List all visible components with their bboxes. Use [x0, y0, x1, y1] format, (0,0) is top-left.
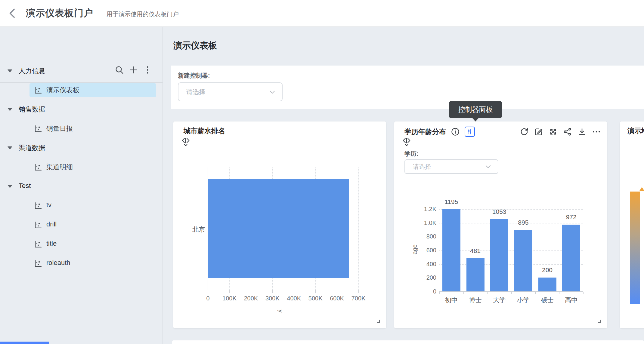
new-controller-select[interactable]: 请选择 — [178, 82, 283, 101]
fullscreen-icon[interactable] — [549, 127, 558, 136]
tree-leaf-row: title — [0, 237, 163, 251]
education-filter-select[interactable]: 请选择 — [404, 159, 498, 174]
sidebar-item-演示仪表板[interactable]: 演示仪表板 — [29, 83, 156, 97]
drag-handle-icon[interactable] — [402, 137, 411, 147]
bar-小学[interactable] — [514, 230, 532, 291]
tree-leaf-row: drill — [0, 218, 163, 232]
card-next-row — [172, 340, 644, 344]
x-tick-label: 300K — [265, 295, 280, 302]
education-bar-plot: 02004006008001.0K1.2K1195初中481博士1053大学89… — [439, 209, 583, 292]
bar-博士[interactable] — [466, 258, 485, 291]
scatter-chart-icon — [34, 221, 42, 229]
tree-leaf-row: tv — [0, 199, 163, 213]
x-category-label: 博士 — [469, 296, 482, 304]
salary-bar-plot: 0100K200K300K400K500K600K700K北京y — [208, 167, 358, 290]
axis-tick — [208, 290, 208, 293]
x-tick-label: 100K — [222, 295, 237, 302]
sidebar-bottom-accent — [0, 342, 49, 344]
bar-硕士[interactable] — [538, 278, 556, 291]
refresh-icon[interactable] — [520, 127, 529, 136]
tree-group-row: 渠道数据 — [0, 141, 163, 155]
x-category-label: 小学 — [517, 296, 530, 304]
tree-group-label[interactable]: Test — [19, 182, 31, 190]
tree-leaf-row: roleauth — [0, 256, 163, 270]
tree-leaf-label: 演示仪表板 — [46, 86, 79, 95]
controller-panel-icon[interactable] — [465, 127, 475, 137]
x-tick-label: 400K — [287, 295, 301, 302]
tree-group-label[interactable]: 人力信息 — [19, 66, 45, 75]
card-city-salary: 城市薪水排名 0100K200K300K400K500K600K700K北京y — [173, 121, 386, 328]
sidebar-divider — [0, 82, 163, 83]
share-icon[interactable] — [563, 127, 572, 136]
scatter-chart-icon — [34, 86, 42, 94]
caret-down-icon[interactable] — [8, 108, 12, 111]
tree-group-label[interactable]: 渠道数据 — [19, 143, 45, 152]
tree-leaf-label: tv — [46, 201, 51, 209]
gridline — [439, 264, 583, 265]
resize-handle[interactable] — [377, 320, 380, 323]
x-axis-title: y — [277, 310, 284, 313]
chart-title: 城市薪水排名 — [184, 126, 225, 136]
more-icon[interactable] — [592, 127, 601, 136]
card-education-age: 学历年龄分布 学历: 请选择 age — [394, 121, 607, 328]
chart-title: 学历年龄分布 — [404, 127, 446, 137]
portal-subtitle: 用于演示使用的仪表板门户 — [107, 8, 179, 18]
edit-icon[interactable] — [534, 127, 543, 136]
bar-大学[interactable] — [490, 219, 508, 291]
bar-value-label: 1053 — [492, 208, 506, 215]
sidebar-item-drill[interactable]: drill — [29, 218, 156, 232]
y-tick-label: 800 — [420, 233, 436, 240]
map-shape-fragment — [639, 187, 644, 191]
sidebar-item-roleauth[interactable]: roleauth — [29, 256, 156, 270]
axis-tick — [535, 292, 536, 294]
caret-down-icon[interactable] — [8, 69, 12, 72]
chevron-left-icon — [7, 7, 19, 19]
axis-tick — [439, 292, 440, 294]
tree-group-label[interactable]: 销售数据 — [19, 105, 45, 114]
tree-leaf-row: 演示仪表板 — [0, 83, 163, 97]
chevron-down-icon — [269, 88, 276, 96]
tree-leaf-row: 渠道明细 — [0, 160, 163, 174]
sidebar-item-渠道明细[interactable]: 渠道明细 — [29, 160, 156, 174]
tooltip: 控制器面板 — [449, 101, 502, 118]
y-tick-label: 0 — [420, 288, 436, 295]
bar-北京[interactable] — [208, 179, 349, 278]
download-icon[interactable] — [577, 127, 587, 136]
axis-tick — [337, 290, 337, 293]
scatter-chart-icon — [34, 259, 42, 268]
x-category-label: 大学 — [493, 296, 506, 304]
map-heat-legend — [630, 192, 640, 304]
axis-tick — [272, 290, 273, 293]
bar-初中[interactable] — [442, 209, 460, 291]
y-axis-title: age — [411, 244, 418, 254]
caret-down-icon[interactable] — [8, 185, 12, 188]
select-placeholder: 请选择 — [413, 163, 431, 171]
info-icon[interactable] — [451, 127, 460, 136]
gridline — [439, 278, 583, 278]
axis-tick — [251, 290, 251, 293]
sidebar-item-title[interactable]: title — [29, 237, 156, 251]
sidebar-item-销量日报[interactable]: 销量日报 — [29, 122, 156, 136]
caret-down-icon[interactable] — [8, 146, 12, 149]
tooltip-arrow — [472, 118, 479, 121]
y-tick-label: 1.0K — [420, 220, 436, 226]
sidebar: 人力信息演示仪表板销售数据销量日报渠道数据渠道明细Testtvdrilltitl… — [0, 27, 163, 344]
tree-group-row: Test — [0, 180, 163, 193]
y-category-label: 北京 — [179, 225, 205, 234]
drag-handle-icon[interactable] — [181, 137, 190, 147]
dashboard-portal-app: 演示仪表板门户 用于演示使用的仪表板门户 人力信息演示仪表板销售数据销量日报渠道… — [0, 0, 644, 344]
gridline — [439, 250, 583, 251]
sidebar-item-tv[interactable]: tv — [29, 199, 156, 213]
x-tick-label: 0 — [206, 295, 209, 302]
y-tick-label: 400 — [420, 261, 436, 268]
x-tick-label: 600K — [330, 295, 344, 302]
tree-leaf-label: 渠道明细 — [46, 163, 73, 172]
chart-title: 演示地 — [627, 126, 644, 136]
x-tick-label: 500K — [308, 295, 323, 302]
axis-tick — [511, 292, 512, 294]
resize-handle[interactable] — [598, 320, 601, 323]
x-category-label: 初中 — [445, 296, 458, 304]
bar-高中[interactable] — [562, 225, 580, 291]
back-button[interactable] — [7, 6, 19, 20]
x-tick-label: 200K — [244, 295, 258, 302]
